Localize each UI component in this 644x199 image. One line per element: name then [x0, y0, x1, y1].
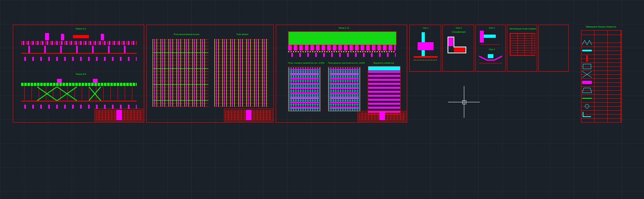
- table-row: [581, 102, 621, 111]
- section-a-a: [21, 33, 137, 61]
- foundation-icon: [582, 87, 593, 94]
- table-row: [581, 47, 621, 55]
- svg-rect-18: [586, 55, 588, 62]
- roof-plan: [214, 39, 268, 107]
- bolt-icon: [582, 103, 593, 109]
- node-detail-1: [414, 32, 438, 64]
- detail-sheet-4[interactable]: Экспликация полов и кровли: [507, 25, 537, 72]
- title-block: [94, 109, 143, 121]
- beam-icon: [582, 47, 593, 54]
- plan-title: План кровли: [226, 33, 258, 35]
- floor-roof-schedule: [510, 33, 535, 56]
- element-schedule: [368, 66, 401, 115]
- element-legend-table[interactable]: [581, 30, 622, 123]
- panel-icon: [582, 63, 593, 70]
- deck-plan: [328, 67, 361, 111]
- table-row: [581, 55, 621, 63]
- drawing-sheet-1[interactable]: Разрез А-А Разрез Б-Б: [13, 25, 144, 123]
- table-row: [581, 94, 621, 103]
- detail-sheet-2[interactable]: Узел 2 Спецификация: [442, 25, 474, 72]
- purlin-icon: [582, 95, 593, 101]
- table-row: [581, 78, 621, 87]
- section-title: Разрез Б-Б: [65, 73, 97, 75]
- table-row: [581, 110, 621, 119]
- table-row: [581, 86, 621, 95]
- svg-rect-22: [582, 81, 592, 84]
- x-brace-icon: [37, 87, 77, 101]
- facade-elevation: [288, 31, 397, 45]
- table-title: Экспликация полов и кровли: [509, 27, 536, 30]
- section-b-b: [21, 79, 137, 111]
- svg-rect-13: [484, 35, 496, 38]
- spec-title: Ведомость элементов: [368, 62, 400, 64]
- svg-rect-15: [488, 54, 493, 58]
- drawing-sheet-2[interactable]: План расположения колонн План кровли: [146, 25, 274, 123]
- node-detail-4: [479, 52, 502, 66]
- table-row: [581, 39, 621, 47]
- spec-subtitle: Спецификация: [449, 31, 469, 33]
- side-title: Маркировка сборных элементов: [581, 25, 621, 28]
- node-detail-2: [446, 35, 470, 57]
- brace-icon: [582, 71, 593, 78]
- title-block: [357, 111, 406, 121]
- slab-icon: [582, 79, 593, 86]
- wall-panel-plan: [288, 67, 321, 111]
- plan-title: План стеновых панелей на отм. +0.000: [288, 62, 324, 64]
- axis-marks: [288, 53, 396, 57]
- svg-rect-19: [583, 64, 591, 69]
- detail-title: Узел 3: [484, 27, 500, 29]
- drawing-sheet-3[interactable]: Фасад 1-12 План стеновых панелей на отм.…: [276, 25, 407, 123]
- detail-subtitle: Узел 4: [484, 48, 500, 51]
- plan-title: План расположения колонн: [163, 33, 210, 35]
- angle-icon: [582, 111, 593, 117]
- title-block: [224, 109, 273, 121]
- table-row: [581, 62, 621, 71]
- svg-point-24: [585, 104, 589, 108]
- x-brace-icon: [89, 87, 113, 101]
- detail-title: Узел 1: [418, 27, 434, 29]
- node-detail-3: [480, 31, 500, 47]
- section-title: Разрез А-А: [65, 27, 97, 30]
- svg-rect-12: [480, 31, 484, 43]
- truss-icon: [582, 39, 593, 46]
- svg-rect-11: [454, 47, 465, 52]
- plan-title: План дощатых настилов на отм. +6.000: [328, 62, 364, 64]
- table-row: [581, 70, 621, 79]
- svg-rect-8: [414, 56, 438, 58]
- column-icon: [582, 55, 593, 62]
- svg-rect-7: [418, 42, 434, 50]
- detail-sheet-1[interactable]: Узел 1: [409, 25, 441, 72]
- detail-sheet-3[interactable]: Узел 3 Узел 4: [475, 25, 506, 72]
- facade-title: Фасад 1-12: [328, 27, 360, 29]
- svg-rect-10: [448, 37, 453, 46]
- detail-title: Узел 2: [451, 27, 467, 29]
- svg-rect-17: [582, 50, 592, 51]
- detail-sheet-5[interactable]: [538, 25, 569, 72]
